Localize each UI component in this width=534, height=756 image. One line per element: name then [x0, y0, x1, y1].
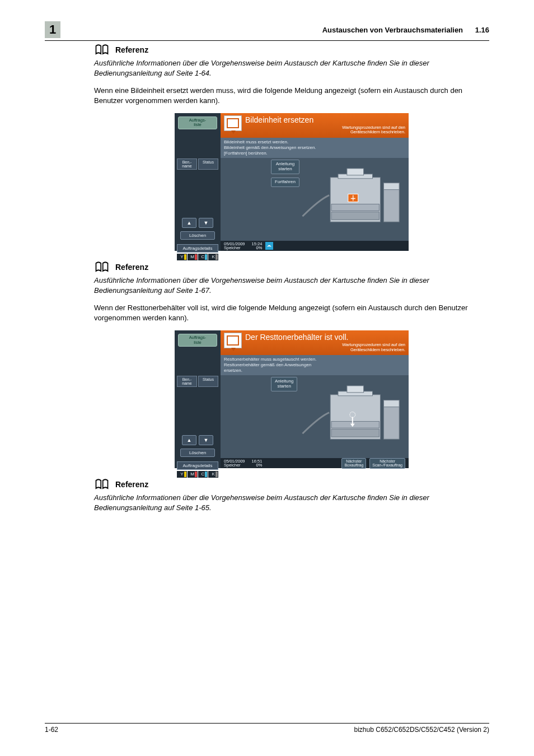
- header-title: Austauschen von Verbrauchsmaterialien: [322, 26, 463, 34]
- header-right: Austauschen von Verbrauchsmaterialien 1.…: [322, 26, 489, 34]
- memory-percent: 0%: [252, 463, 263, 468]
- toner-y: Y: [177, 254, 187, 260]
- alert-icon: [224, 115, 242, 131]
- next-box-job-button[interactable]: Nächster Boxauftrag: [341, 458, 366, 469]
- content: Referenz Ausführliche Informationen über…: [94, 44, 489, 520]
- next-scanfax-job-button[interactable]: Nächster Scan-/Faxauftrag: [369, 458, 405, 469]
- name-header: Ben.- name: [177, 158, 197, 170]
- page-header: 1 Austauschen von Verbrauchsmaterialien …: [45, 21, 489, 41]
- alert-bar: Bildeinheit ersetzen Wartungsprozeduren …: [221, 113, 409, 138]
- svg-rect-1: [331, 212, 379, 220]
- job-list-tab[interactable]: Auftrags- liste: [178, 116, 217, 129]
- alert-text: Der Resttonerbehälter ist voll. Wartungs…: [245, 333, 405, 352]
- reference-heading: Referenz: [94, 478, 489, 491]
- paragraph-1: Wenn eine Bildeinheit ersetzt werden mus…: [94, 86, 489, 105]
- printer-area: Anleitung starten: [221, 376, 409, 468]
- toner-indicators: Y M C K: [177, 471, 218, 478]
- svg-rect-13: [347, 386, 364, 393]
- section-number: 1.16: [475, 26, 489, 34]
- alert-title: Bildeinheit ersetzen: [245, 115, 405, 124]
- device-panel-1: Auftrags- liste Ben.- name Status ▲ ▼ Lö…: [175, 113, 409, 251]
- eco-icon: [265, 242, 273, 250]
- reference-heading: Referenz: [94, 44, 489, 56]
- page-footer: 1-62 bizhub C652/C652DS/C552/C452 (Versi…: [45, 723, 489, 734]
- delete-button[interactable]: Löschen: [180, 231, 215, 240]
- svg-rect-10: [331, 430, 379, 437]
- alert-title: Der Resttonerbehälter ist voll.: [245, 333, 405, 342]
- paragraph-2: Wenn der Resttonerbehälter voll ist, wir…: [94, 303, 489, 323]
- status-strip: 05/01/2009 Speicher 15:24 0%: [221, 241, 409, 251]
- printer-area: Anleitung starten Fortfahren: [221, 158, 409, 251]
- chapter-number: 1: [45, 21, 60, 38]
- toner-y: Y: [177, 471, 187, 478]
- reference-heading: Referenz: [94, 261, 489, 273]
- book-icon: [94, 44, 110, 56]
- job-details-button[interactable]: Auftragsdetails: [177, 244, 218, 253]
- alert-subtitle: Wartungsprozeduren sind auf den Gerätesc…: [245, 343, 405, 352]
- svg-rect-15: [383, 400, 399, 407]
- memory-label: Speicher: [224, 463, 245, 468]
- scroll-up-button[interactable]: ▲: [182, 435, 196, 445]
- status-header: Status: [198, 376, 218, 387]
- figure-1: Auftrags- liste Ben.- name Status ▲ ▼ Lö…: [94, 113, 489, 251]
- product-name: bizhub C652/C652DS/C552/C452 (Version 2): [354, 726, 489, 734]
- memory-label: Speicher: [224, 246, 245, 250]
- reference-label: Referenz: [115, 45, 148, 54]
- toner-m: M: [188, 471, 198, 478]
- name-status-header: Ben.- name Status: [177, 158, 218, 170]
- toner-c: C: [198, 471, 208, 478]
- panel-main: Der Resttonerbehälter ist voll. Wartungs…: [221, 330, 409, 468]
- device-panel-2: Auftrags- liste Ben.- name Status ▲ ▼ Lö…: [175, 330, 409, 468]
- scroll-up-button[interactable]: ▲: [182, 218, 196, 228]
- svg-rect-2: [331, 204, 379, 211]
- page-number: 1-62: [45, 726, 58, 734]
- printer-illustration: [265, 161, 406, 239]
- book-icon: [94, 478, 110, 491]
- name-status-header: Ben.- name Status: [177, 376, 218, 387]
- reference-text-1: Ausführliche Informationen über die Vorg…: [94, 58, 489, 78]
- svg-rect-4: [347, 169, 364, 175]
- alert-icon: [224, 333, 242, 348]
- panel-sidebar: Auftrags- liste Ben.- name Status ▲ ▼ Lö…: [175, 113, 221, 251]
- alert-subtitle: Wartungsprozeduren sind auf den Gerätesc…: [245, 125, 405, 135]
- alert-text: Bildeinheit ersetzen Wartungsprozeduren …: [245, 115, 405, 135]
- name-header: Ben.- name: [177, 376, 197, 387]
- job-details-button[interactable]: Auftragsdetails: [177, 461, 218, 470]
- alert-bar: Der Resttonerbehälter ist voll. Wartungs…: [221, 330, 409, 355]
- reference-text-2: Ausführliche Informationen über die Vorg…: [94, 276, 489, 295]
- job-list-tab[interactable]: Auftrags- liste: [178, 334, 217, 347]
- status-header: Status: [198, 158, 218, 170]
- scroll-down-button[interactable]: ▼: [199, 435, 213, 445]
- message-bar: Resttonerbehälter muss ausgetauscht werd…: [221, 355, 409, 376]
- figure-2: Auftrags- liste Ben.- name Status ▲ ▼ Lö…: [94, 330, 489, 468]
- panel-main: Bildeinheit ersetzen Wartungsprozeduren …: [221, 113, 409, 251]
- scroll-row: ▲ ▼: [180, 435, 215, 445]
- delete-button[interactable]: Löschen: [180, 449, 215, 457]
- toner-k: K: [208, 471, 218, 478]
- memory-percent: 0%: [252, 246, 263, 250]
- reference-label: Referenz: [115, 263, 148, 272]
- toner-m: M: [188, 254, 198, 260]
- book-icon: [94, 261, 110, 273]
- toner-c: C: [198, 254, 208, 260]
- reference-label: Referenz: [115, 480, 148, 489]
- message-bar: Bildeinheit muss ersetzt werden. Bildein…: [221, 138, 409, 158]
- reference-text-3: Ausführliche Informationen über die Vorg…: [94, 493, 489, 512]
- panel-sidebar: Auftrags- liste Ben.- name Status ▲ ▼ Lö…: [175, 330, 221, 468]
- printer-illustration: [265, 378, 406, 456]
- scroll-down-button[interactable]: ▼: [199, 218, 213, 228]
- status-strip: 05/01/2009 Speicher 16:51 0% Nächster Bo…: [221, 458, 409, 468]
- svg-rect-11: [331, 422, 379, 428]
- svg-rect-6: [383, 183, 399, 190]
- toner-indicators: Y M C K: [177, 254, 218, 260]
- toner-k: K: [208, 254, 218, 260]
- scroll-row: ▲ ▼: [180, 218, 215, 228]
